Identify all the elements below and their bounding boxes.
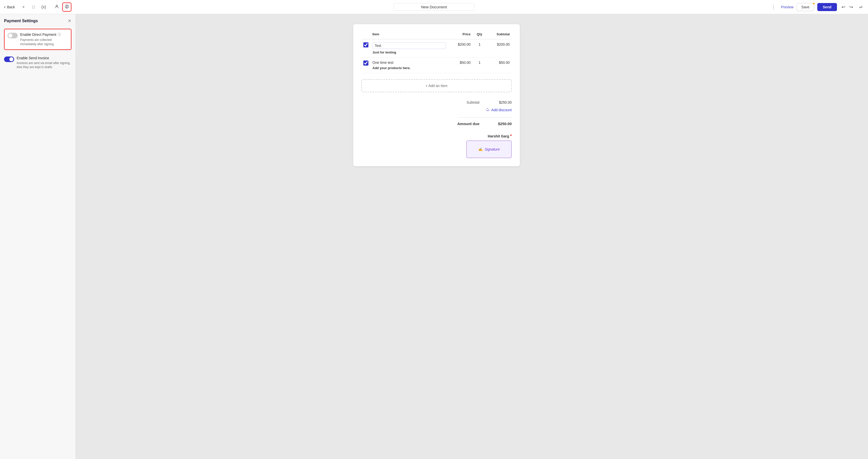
send-label: Send (823, 5, 831, 9)
preview-label: Preview (781, 5, 794, 9)
direct-payment-desc: Payments are collected immediately after… (20, 38, 68, 46)
direct-payment-setting: Enable Direct Payment ⓘ Payments are col… (4, 29, 71, 50)
direct-payment-toggle[interactable] (7, 33, 18, 38)
toolbar-icons: + □ {x} (19, 2, 48, 11)
subtotal-value: $250.00 (492, 100, 512, 104)
table-row: One time test Add your products here. $5… (361, 58, 512, 73)
variable-icon-button[interactable]: {x} (39, 2, 48, 11)
payment-icon-wrapper: Payment Settings (62, 2, 71, 11)
signature-label: Signature (485, 147, 500, 151)
add-discount-label: Add discount (491, 108, 512, 112)
direct-payment-row: Enable Direct Payment ⓘ Payments are col… (7, 32, 68, 46)
send-invoice-toggle-wrapper (4, 57, 14, 62)
direct-payment-toggle-wrapper (7, 33, 18, 38)
item-1-check-cell (361, 39, 370, 58)
item-2-price: $50.00 (448, 58, 473, 73)
send-invoice-text: Enable Send Invoice Invoices are sent vi… (17, 56, 71, 70)
right-panel (797, 14, 868, 459)
discount-icon (486, 107, 490, 112)
send-invoice-label: Enable Send Invoice (17, 56, 71, 60)
direct-payment-info-icon: ⓘ (58, 32, 61, 37)
document-card: Item Price Qty Subtotal Just f (353, 24, 520, 166)
send-invoice-desc: Invoices are sent via email after signin… (17, 61, 71, 70)
undo-button[interactable]: ↩ (840, 3, 847, 11)
totals-section: Subtotal $250.00 Add discount Amount (361, 100, 512, 126)
add-icon-button[interactable]: + (19, 2, 28, 11)
back-button[interactable]: Back (4, 4, 15, 9)
add-item-button[interactable]: + Add an Item (361, 79, 512, 92)
send-invoice-thumb (9, 57, 13, 61)
person-icon (55, 4, 59, 10)
payment-icon (65, 4, 69, 10)
content-area: Item Price Qty Subtotal Just f (76, 14, 797, 459)
items-table: Item Price Qty Subtotal Just f (361, 32, 512, 73)
variable-icon: {x} (41, 5, 46, 9)
item-2-subtotal: $50.00 (487, 58, 512, 73)
table-header: Item Price Qty Subtotal (361, 32, 512, 39)
subtotal-column-header: Subtotal (487, 32, 512, 39)
topbar: Back + □ {x} Payment Settings (0, 0, 868, 14)
add-discount-button[interactable]: Add discount (486, 107, 512, 112)
item-1-price: $200.00 (448, 39, 473, 58)
send-invoice-setting: Enable Send Invoice Invoices are sent vi… (4, 56, 71, 70)
item-2-name: One time test (372, 61, 446, 65)
add-item-label: + Add an Item (426, 84, 447, 88)
direct-payment-track (7, 33, 18, 38)
amount-due-label: Amount due (458, 122, 480, 126)
payment-settings-sidebar: Payment Settings ✕ Enable Dir (0, 14, 76, 459)
topbar-left: Back + □ {x} Payment Settings (4, 2, 71, 11)
item-1-subtotal: $200.00 (487, 39, 512, 58)
redo-icon: ↪ (849, 4, 853, 9)
subtotal-row: Subtotal $250.00 (467, 100, 512, 104)
undo-icon: ↩ (841, 4, 845, 9)
preview-button[interactable]: Preview (781, 5, 794, 9)
item-1-name-input[interactable] (372, 42, 446, 49)
item-1-checkbox[interactable] (363, 42, 368, 47)
close-icon: ✕ (68, 19, 71, 24)
redo-button[interactable]: ↪ (848, 3, 855, 11)
signature-pen-icon: ✍ (478, 147, 483, 151)
amount-due-value: $250.00 (492, 122, 512, 126)
send-invoice-toggle[interactable] (4, 57, 14, 62)
sidebar-header: Payment Settings ✕ (4, 18, 71, 24)
send-button[interactable]: Send (817, 3, 837, 11)
sidebar-close-button[interactable]: ✕ (68, 18, 71, 24)
direct-payment-thumb (8, 34, 12, 38)
required-indicator: * (510, 134, 512, 138)
main-layout: Payment Settings ✕ Enable Dir (0, 14, 868, 459)
item-2-desc: Add your products here. (372, 66, 446, 70)
price-column-header: Price (448, 32, 473, 39)
document-title-input[interactable] (394, 3, 474, 11)
direct-payment-text: Enable Direct Payment ⓘ Payments are col… (20, 32, 68, 46)
item-1-qty: 1 (473, 39, 487, 58)
subtotal-label: Subtotal (467, 100, 479, 104)
signature-box[interactable]: ✍ Signature (466, 140, 512, 158)
add-icon: + (22, 5, 25, 9)
autofit-icon: ⇌ (859, 5, 863, 9)
unsaved-indicator (812, 2, 815, 5)
direct-payment-label: Enable Direct Payment ⓘ (20, 32, 68, 37)
autofit-button[interactable]: ⇌ (858, 3, 864, 10)
item-1-desc: Just for testing (372, 51, 446, 54)
back-label: Back (7, 5, 15, 9)
signer-name: Harshit Garg * (488, 134, 512, 138)
amount-due-row: Amount due $250.00 (458, 117, 512, 126)
topbar-right: ⋮ Preview Save Send ↩ ↪ ⇌ (769, 3, 864, 11)
send-invoice-row: Enable Send Invoice Invoices are sent vi… (4, 56, 71, 70)
check-column-header (361, 32, 370, 39)
add-discount-row: Add discount (486, 107, 512, 112)
save-button[interactable]: Save (797, 3, 814, 11)
item-2-checkbox[interactable] (363, 61, 368, 66)
undo-redo-group: ↩ ↪ (840, 3, 855, 11)
payment-settings-button[interactable] (62, 2, 71, 11)
document-icon-button[interactable]: □ (29, 2, 38, 11)
document-icon: □ (32, 5, 35, 9)
item-2-qty: 1 (473, 58, 487, 73)
sidebar-title: Payment Settings (4, 19, 38, 23)
signature-section: Harshit Garg * ✍ Signature (361, 134, 512, 158)
qty-column-header: Qty (473, 32, 487, 39)
person-field-button[interactable] (52, 2, 61, 11)
field-type-icons: Payment Settings (52, 2, 71, 11)
item-column-header: Item (370, 32, 448, 39)
more-options-button[interactable]: ⋮ (769, 3, 778, 11)
